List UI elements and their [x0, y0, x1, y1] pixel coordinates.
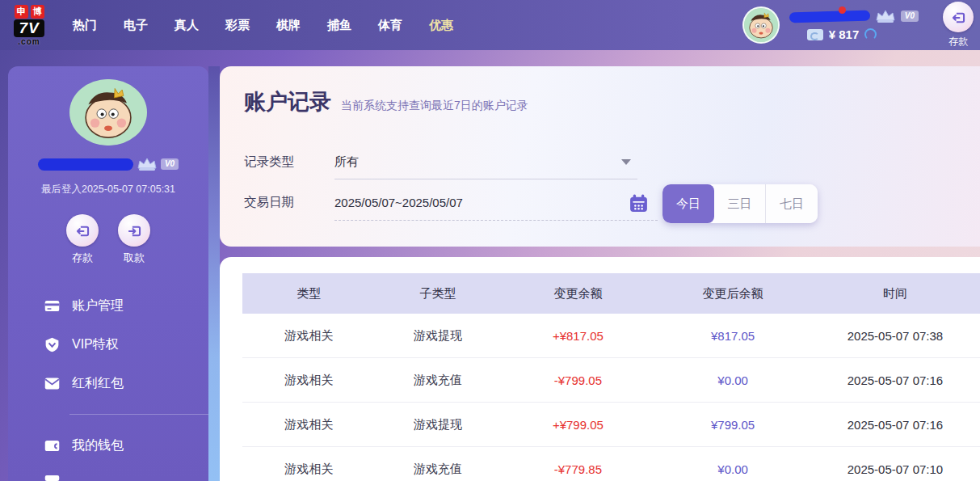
- nav-item[interactable]: 捕鱼: [327, 18, 351, 33]
- cell-change-amount: -¥779.85: [501, 462, 656, 476]
- sidebar-item-label: 我的钱包: [72, 437, 124, 454]
- date-filter-label: 交易日期: [244, 194, 334, 211]
- quick-actions: 存款 取款: [66, 214, 150, 265]
- logo-badges: 申 博: [15, 5, 44, 19]
- user-cluster: V0 ¥ 817 存款: [742, 0, 974, 50]
- username-redacted: [789, 10, 870, 23]
- cell-subtype: 游戏充值: [375, 462, 500, 477]
- nav-item[interactable]: 热门: [73, 18, 97, 33]
- cell-time: 2025-05-07 07:38: [810, 329, 980, 343]
- refresh-balance-icon[interactable]: [864, 28, 877, 40]
- table-header-row: 类型 子类型 变更余额 变更后余额 时间: [242, 273, 980, 314]
- sidebar-item-vip[interactable]: VIP特权: [44, 325, 208, 364]
- col-header-type: 类型: [242, 286, 375, 302]
- nav-item[interactable]: 体育: [378, 18, 402, 33]
- date-range-button-group: 今日 三日 七日: [662, 184, 818, 223]
- avatar[interactable]: [742, 6, 780, 44]
- withdraw-icon: [118, 214, 150, 247]
- site-logo[interactable]: 申 博 7V .com: [6, 5, 52, 46]
- calendar-icon[interactable]: [629, 193, 649, 213]
- cell-change-amount: +¥817.05: [501, 329, 656, 343]
- last-login-text: 最后登入2025-05-07 07:05:31: [41, 183, 175, 196]
- sidebar-withdraw-button[interactable]: 取款: [118, 214, 150, 265]
- cell-type: 游戏相关: [242, 417, 375, 432]
- cell-after-balance: ¥0.00: [655, 462, 810, 476]
- nav-item[interactable]: 棋牌: [276, 18, 301, 33]
- records-table-panel: 类型 子类型 变更余额 变更后余额 时间 游戏相关 游戏提现 +¥817.05 …: [220, 257, 980, 481]
- col-header-change: 变更余额: [501, 286, 656, 302]
- logo-badge-1: 申: [15, 5, 28, 19]
- vip-shield-icon: [44, 336, 61, 353]
- sidebar-vip-crown-icon: [137, 157, 158, 171]
- table-body: 游戏相关 游戏提现 +¥817.05 ¥817.05 2025-05-07 07…: [242, 314, 980, 481]
- sidebar-deposit-label: 存款: [72, 251, 93, 265]
- date-range-value: 2025/05/07~2025/05/07: [334, 196, 463, 209]
- sidebar-deposit-button[interactable]: 存款: [66, 214, 99, 265]
- deposit-icon: [943, 2, 974, 32]
- cell-type: 游戏相关: [242, 328, 375, 344]
- cell-change-amount: -¥799.05: [501, 373, 656, 387]
- sidebar-item-label: 账户管理: [72, 297, 124, 314]
- records-table: 类型 子类型 变更余额 变更后余额 时间 游戏相关 游戏提现 +¥817.05 …: [242, 273, 980, 481]
- logo-text: 7V: [14, 19, 44, 37]
- nav-item[interactable]: 真人: [175, 18, 199, 33]
- cell-type: 游戏相关: [242, 373, 375, 388]
- range-button[interactable]: 三日: [714, 184, 766, 223]
- sidebar-vip-badge: V0: [161, 158, 179, 170]
- nav-item[interactable]: 彩票: [225, 18, 250, 33]
- sidebar-item-label: 红利红包: [72, 375, 124, 392]
- cell-subtype: 游戏提现: [375, 417, 500, 432]
- cell-subtype: 游戏充值: [375, 373, 500, 388]
- cell-time: 2025-05-07 07:16: [810, 418, 980, 432]
- sidebar-item-account[interactable]: 账户管理: [44, 286, 208, 325]
- sidebar-avatar[interactable]: [69, 79, 147, 146]
- main-nav: 热门 电子 真人 彩票 棋牌 捕鱼 体育 优惠: [73, 18, 453, 33]
- sidebar-avatar-image: [69, 79, 147, 146]
- deposit-button-top[interactable]: 存款: [943, 2, 974, 49]
- record-type-select[interactable]: 所有: [334, 154, 637, 170]
- record-type-filter: 记录类型 所有: [244, 154, 637, 171]
- account-records-panel: 账户记录 当前系统支持查询最近7日的账户记录 记录类型 所有 交易日期 2025…: [220, 66, 980, 247]
- date-range-input[interactable]: 2025/05/07~2025/05/07: [334, 196, 637, 210]
- table-row[interactable]: 游戏相关 游戏提现 +¥799.05 ¥799.05 2025-05-07 07…: [242, 403, 980, 447]
- wallet-icon: [44, 437, 61, 454]
- sidebar-item-bonus[interactable]: 红利红包: [44, 364, 208, 403]
- table-row[interactable]: 游戏相关 游戏提现 +¥817.05 ¥817.05 2025-05-07 07…: [242, 314, 980, 358]
- table-row[interactable]: 游戏相关 游戏充值 -¥799.05 ¥0.00 2025-05-07 07:1…: [242, 358, 980, 403]
- nav-item[interactable]: 电子: [124, 18, 148, 33]
- sidebar-item-wallet[interactable]: 我的钱包: [44, 426, 208, 465]
- record-type-value: 所有: [334, 154, 359, 168]
- deposit-icon: [66, 214, 99, 247]
- col-header-subtype: 子类型: [375, 286, 500, 302]
- underline: [334, 179, 637, 179]
- range-button[interactable]: 今日: [662, 184, 714, 223]
- col-header-time: 时间: [810, 286, 980, 302]
- nav-item[interactable]: 优惠: [429, 18, 453, 33]
- balance-amount: ¥ 817: [829, 27, 860, 41]
- col-header-after: 变更后余额: [655, 286, 810, 302]
- cell-after-balance: ¥799.05: [655, 418, 810, 432]
- cell-after-balance: ¥817.05: [655, 329, 810, 343]
- sidebar-item-partial[interactable]: [44, 465, 208, 481]
- range-button[interactable]: 七日: [766, 184, 818, 223]
- date-filter: 交易日期 2025/05/07~2025/05/07: [244, 194, 637, 211]
- sidebar: V0 最后登入2025-05-07 07:05:31 存款 取款: [8, 66, 208, 481]
- envelope-icon: [44, 375, 61, 392]
- record-type-label: 记录类型: [244, 154, 334, 171]
- cell-type: 游戏相关: [242, 462, 375, 477]
- cell-time: 2025-05-07 07:16: [810, 373, 980, 387]
- cell-after-balance: ¥0.00: [655, 373, 810, 387]
- sidebar-item-label: VIP特权: [72, 336, 119, 353]
- partial-icon: [44, 474, 61, 481]
- sidebar-username-redacted: [38, 158, 133, 171]
- notification-dot: [839, 6, 846, 14]
- cell-change-amount: +¥799.05: [501, 418, 656, 432]
- page-subtitle: 当前系统支持查询最近7日的账户记录: [341, 99, 528, 113]
- card-icon: [44, 297, 61, 314]
- vip-badge: V0: [901, 11, 919, 22]
- logo-suffix: .com: [18, 37, 40, 46]
- background-gap: [208, 66, 220, 481]
- table-row[interactable]: 游戏相关 游戏充值 -¥779.85 ¥0.00 2025-05-07 07:1…: [242, 447, 980, 481]
- sidebar-withdraw-label: 取款: [124, 251, 145, 265]
- sidebar-menu: 账户管理 VIP特权 红利红包 我的钱包: [8, 286, 208, 481]
